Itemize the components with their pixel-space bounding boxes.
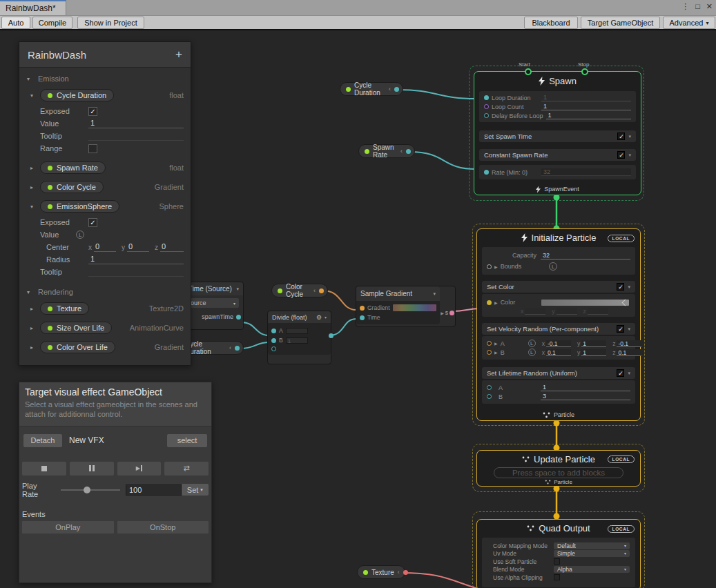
divide-extra-port[interactable] <box>271 346 276 351</box>
collapse-icon[interactable]: ‹ <box>313 287 316 294</box>
eyedropper-icon[interactable] <box>622 299 629 306</box>
tab-rainbwdash[interactable]: RainbwDash* <box>0 0 66 15</box>
block-enabled-checkbox[interactable]: ✓ <box>617 369 624 377</box>
chevron-down-icon[interactable]: ▾ <box>236 286 239 292</box>
restart-button[interactable]: ⇄ <box>164 462 209 476</box>
step-button[interactable]: ▶ <box>117 462 162 476</box>
gear-icon[interactable]: ⚙ <box>316 314 322 321</box>
center-x-field[interactable]: 0 <box>94 242 116 252</box>
velocity-b-z-field[interactable]: 0.1 <box>617 349 641 356</box>
local-badge[interactable]: LOCAL <box>608 455 635 463</box>
compile-button[interactable]: Compile <box>32 17 72 29</box>
blackboard-toggle-button[interactable]: Blackboard <box>524 17 578 29</box>
show-in-project-button[interactable]: Show in Project <box>77 17 144 29</box>
velocity-a-port[interactable] <box>487 341 492 346</box>
capacity-field[interactable]: 32 <box>541 252 630 259</box>
param-row-color-cycle[interactable]: ▸ Color Cycle Gradient <box>19 177 191 197</box>
param-output-port[interactable] <box>406 149 411 154</box>
block-enabled-checkbox[interactable]: ✓ <box>617 151 625 159</box>
local-badge[interactable]: LOCAL <box>608 525 635 533</box>
color-swatch-field[interactable] <box>541 300 629 306</box>
param-node-spawn-rate[interactable]: Spawn Rate ‹ <box>358 144 415 158</box>
linked-icon[interactable]: L <box>549 262 557 271</box>
divide-b-field[interactable]: 1 <box>286 337 308 344</box>
center-y-field[interactable]: 0 <box>127 242 149 252</box>
pause-button[interactable] <box>70 462 114 476</box>
chevron-down-icon[interactable]: ▾ <box>433 291 436 297</box>
constant-spawn-rate-block[interactable]: Constant Spawn Rate ✓ ▾ <box>479 149 636 161</box>
expander-arrow-icon[interactable]: ▶ <box>494 350 498 355</box>
param-row-color-over-life[interactable]: ▸ Color Over Life Gradient <box>19 337 191 357</box>
param-output-port[interactable] <box>394 87 399 92</box>
expander-arrow-icon[interactable]: ▶ <box>441 311 444 315</box>
set-color-block[interactable]: Set Color ✓ ▾ <box>482 281 635 293</box>
value-field[interactable]: 1 <box>88 119 184 128</box>
tooltip-field[interactable] <box>88 267 184 277</box>
color-port[interactable] <box>487 300 492 305</box>
loop-duration-field[interactable]: 1 <box>541 94 631 101</box>
divide-node[interactable]: Divide (float) ⚙ ▾ A B 1 <box>267 311 331 364</box>
lifetime-a-port[interactable] <box>487 385 492 390</box>
spawn-node[interactable]: Start Stop Spawn Loop Duration 1 Loop Co… <box>474 71 641 195</box>
param-row-emission-sphere[interactable]: ▾ EmissionSphere Sphere <box>19 197 191 216</box>
local-badge[interactable]: LOCAL <box>608 235 635 242</box>
set-lifetime-random-block[interactable]: Set Lifetime Random (Uniform) ✓ ▾ <box>482 367 635 379</box>
close-icon[interactable]: ✕ <box>706 2 713 11</box>
select-button[interactable]: select <box>167 434 207 447</box>
param-row-size-over-life[interactable]: ▸ Size Over Life AnimationCurve <box>19 318 191 337</box>
expander-arrow-icon[interactable]: ▶ <box>494 264 498 269</box>
exposed-checkbox[interactable]: ✓ <box>88 218 97 227</box>
linked-icon[interactable]: L <box>76 231 84 239</box>
chevron-down-icon[interactable]: ▾ <box>325 315 327 320</box>
loop-duration-port[interactable] <box>484 95 489 100</box>
update-particle-node[interactable]: Update Particle LOCAL Press space to add… <box>476 450 641 487</box>
chevron-down-icon[interactable]: ▾ <box>628 326 630 332</box>
linked-icon[interactable]: L <box>528 349 536 356</box>
delay-before-loop-field[interactable]: 1 <box>546 112 631 119</box>
block-enabled-checkbox[interactable]: ✓ <box>617 325 624 333</box>
kebab-menu-icon[interactable]: ⋮ <box>681 2 689 11</box>
velocity-a-z-field[interactable]: -0.1 <box>617 340 641 347</box>
collapse-icon[interactable]: ‹ <box>400 148 403 155</box>
sample-gradient-node[interactable]: Sample Gradient ▾ Gradient Time ▶ s <box>356 286 456 327</box>
param-row-cycle-duration[interactable]: ▾ Cycle Duration float <box>19 86 191 105</box>
set-spawn-time-block[interactable]: Set Spawn Time ✓ ▾ <box>479 130 636 142</box>
auto-button[interactable]: Auto <box>1 17 30 29</box>
lifetime-b-port[interactable] <box>487 394 492 399</box>
time-input-port[interactable] <box>360 315 365 320</box>
velocity-b-port[interactable] <box>487 350 492 355</box>
param-node-cycle-duration[interactable]: Cycle Duration ‹ <box>340 82 403 96</box>
loop-count-port[interactable] <box>484 104 489 109</box>
set-rate-dropdown-button[interactable]: Set▾ <box>182 484 209 496</box>
center-z-field[interactable]: 0 <box>160 242 184 252</box>
range-checkbox[interactable] <box>88 144 97 153</box>
rate-field[interactable]: 32 <box>541 168 631 176</box>
maximize-icon[interactable]: □ <box>695 2 700 11</box>
divide-output-port[interactable] <box>329 333 333 338</box>
color-mapping-dropdown[interactable]: Default▾ <box>554 542 630 549</box>
blend-mode-dropdown[interactable]: Alpha▾ <box>554 566 630 573</box>
radius-field[interactable]: 1 <box>88 255 184 264</box>
alpha-clipping-checkbox[interactable] <box>554 574 560 580</box>
chevron-down-icon[interactable]: ▾ <box>628 371 630 376</box>
lifetime-a-field[interactable]: 1 <box>541 384 630 391</box>
tooltip-field[interactable] <box>88 131 184 141</box>
expander-arrow-icon[interactable]: ▶ <box>494 341 498 346</box>
onplay-button[interactable]: OnPlay <box>22 521 114 533</box>
stop-button[interactable] <box>22 462 66 476</box>
slider-knob[interactable] <box>84 487 90 493</box>
play-rate-field[interactable]: 100 <box>126 484 182 496</box>
velocity-a-y-field[interactable]: 1 <box>581 340 606 347</box>
advanced-dropdown-button[interactable]: Advanced▾ <box>663 17 715 29</box>
divide-a-field[interactable] <box>286 328 308 334</box>
param-output-port[interactable] <box>319 288 324 293</box>
param-node-color-cycle[interactable]: Color Cycle ‹ <box>271 284 328 297</box>
velocity-a-x-field[interactable]: -0.1 <box>546 340 571 347</box>
sample-output-port[interactable] <box>449 311 454 315</box>
linked-icon[interactable]: L <box>528 340 536 347</box>
collapse-icon[interactable]: ‹ <box>229 344 231 351</box>
uv-mode-dropdown[interactable]: Simple▾ <box>554 550 630 557</box>
lifetime-b-field[interactable]: 3 <box>541 393 630 400</box>
exposed-checkbox[interactable]: ✓ <box>88 107 97 116</box>
collapse-icon[interactable]: ‹ <box>389 86 391 92</box>
